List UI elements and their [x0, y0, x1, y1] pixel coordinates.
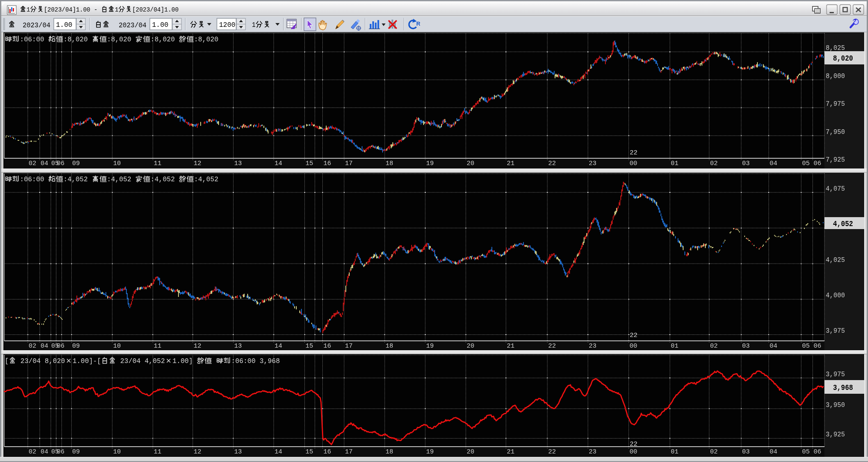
svg-text:21: 21 [507, 343, 514, 350]
svg-text::4,052: :4,052 [63, 176, 88, 183]
svg-text:03: 03 [742, 160, 750, 167]
svg-text::4,052: :4,052 [194, 176, 218, 183]
svg-text:22: 22 [548, 343, 556, 350]
svg-text:8,020: 8,020 [45, 357, 65, 365]
svg-text::4,052: :4,052 [107, 176, 131, 183]
svg-text:22: 22 [630, 149, 637, 157]
svg-text:7,975: 7,975 [826, 100, 845, 108]
svg-text:04: 04 [770, 160, 777, 167]
svg-text:06: 06 [57, 343, 64, 350]
svg-text:19: 19 [426, 160, 434, 167]
svg-text:04: 04 [41, 160, 48, 167]
svg-text:[2023/04]1.00: [2023/04]1.00 [132, 6, 179, 14]
svg-text:12: 12 [194, 343, 202, 350]
svg-text:8,025: 8,025 [826, 44, 845, 52]
svg-text:4,025: 4,025 [826, 256, 845, 264]
svg-text:17: 17 [345, 160, 353, 167]
svg-text:01: 01 [671, 343, 678, 350]
svg-text:3,925: 3,925 [826, 431, 845, 439]
svg-text:1: 1 [252, 21, 256, 29]
svg-text:22: 22 [548, 160, 556, 167]
svg-text:3,968: 3,968 [260, 357, 280, 365]
svg-text:1.00: 1.00 [56, 21, 72, 29]
svg-text:4,052: 4,052 [145, 357, 165, 365]
svg-text:18: 18 [386, 343, 393, 350]
svg-text:23/04: 23/04 [120, 357, 141, 365]
svg-text:12: 12 [194, 160, 202, 167]
svg-text:06: 06 [57, 160, 64, 167]
svg-text:11: 11 [154, 160, 161, 167]
svg-text:23: 23 [589, 448, 596, 456]
svg-text::8,020: :8,020 [194, 36, 218, 44]
svg-text:8,020: 8,020 [833, 54, 853, 63]
svg-text:02: 02 [710, 160, 718, 167]
svg-text:02: 02 [29, 343, 36, 350]
svg-text:02: 02 [29, 448, 36, 456]
svg-text:04: 04 [41, 448, 48, 456]
svg-text:06: 06 [57, 448, 64, 456]
svg-text:19: 19 [426, 343, 434, 350]
svg-text:05: 05 [802, 160, 810, 167]
svg-text:4,000: 4,000 [826, 292, 845, 299]
svg-text:18: 18 [386, 448, 393, 456]
svg-text:1.00]-[: 1.00]-[ [73, 357, 101, 365]
svg-text:3,950: 3,950 [826, 401, 845, 409]
svg-text:10: 10 [113, 343, 121, 350]
svg-text:04: 04 [770, 448, 777, 456]
svg-text:18: 18 [386, 160, 393, 167]
svg-text:01: 01 [671, 160, 678, 167]
svg-text:19: 19 [426, 448, 434, 456]
svg-text:1.00]: 1.00] [172, 357, 193, 365]
svg-text:00: 00 [630, 160, 637, 167]
svg-text:7,950: 7,950 [826, 128, 845, 136]
svg-text:1: 1 [115, 6, 118, 14]
svg-text:[2023/04]1.00: [2023/04]1.00 [44, 6, 91, 14]
svg-text:14: 14 [275, 160, 282, 167]
svg-text:15: 15 [306, 160, 313, 167]
svg-text:09: 09 [72, 160, 80, 167]
svg-text:04: 04 [770, 343, 777, 350]
svg-text::06:00: :06:00 [20, 176, 44, 183]
svg-text::4,052: :4,052 [150, 176, 175, 183]
svg-text:20: 20 [467, 343, 474, 350]
svg-text:2023/04: 2023/04 [119, 21, 146, 29]
svg-text:06: 06 [814, 160, 821, 167]
svg-text:3,968: 3,968 [833, 384, 853, 392]
svg-text:11: 11 [154, 343, 161, 350]
svg-text:16: 16 [324, 343, 331, 350]
svg-text::8,020: :8,020 [107, 36, 131, 44]
svg-text:13: 13 [234, 160, 242, 167]
svg-text:12: 12 [194, 448, 202, 456]
svg-text:00: 00 [630, 448, 637, 456]
svg-text:06: 06 [814, 343, 821, 350]
svg-text:06: 06 [814, 448, 821, 456]
svg-text:1.00: 1.00 [152, 21, 168, 29]
svg-text:2023/04: 2023/04 [23, 21, 50, 29]
svg-text:17: 17 [345, 448, 353, 456]
svg-text:4,052: 4,052 [833, 220, 853, 228]
svg-text:15: 15 [306, 448, 313, 456]
svg-text:13: 13 [234, 343, 242, 350]
svg-text:00: 00 [630, 343, 637, 350]
svg-text:20: 20 [467, 160, 474, 167]
svg-text::8,020: :8,020 [150, 36, 175, 44]
svg-text:22: 22 [630, 332, 637, 339]
svg-text:04: 04 [41, 343, 48, 350]
svg-text:10: 10 [113, 160, 121, 167]
svg-text:3,975: 3,975 [826, 327, 845, 335]
svg-text:09: 09 [72, 448, 80, 456]
svg-text:14: 14 [275, 448, 282, 456]
svg-text:20: 20 [467, 448, 474, 456]
svg-text:23: 23 [589, 343, 596, 350]
svg-text:22: 22 [630, 441, 637, 448]
svg-text:1200: 1200 [219, 21, 235, 29]
svg-text:R: R [416, 20, 421, 27]
svg-text::06:00: :06:00 [231, 357, 255, 365]
svg-text:03: 03 [742, 448, 750, 456]
svg-text:11: 11 [154, 448, 161, 456]
svg-text:10: 10 [113, 448, 121, 456]
svg-text:13: 13 [234, 448, 242, 456]
svg-text:05: 05 [802, 343, 810, 350]
svg-text:21: 21 [507, 160, 514, 167]
svg-text:05: 05 [802, 448, 810, 456]
